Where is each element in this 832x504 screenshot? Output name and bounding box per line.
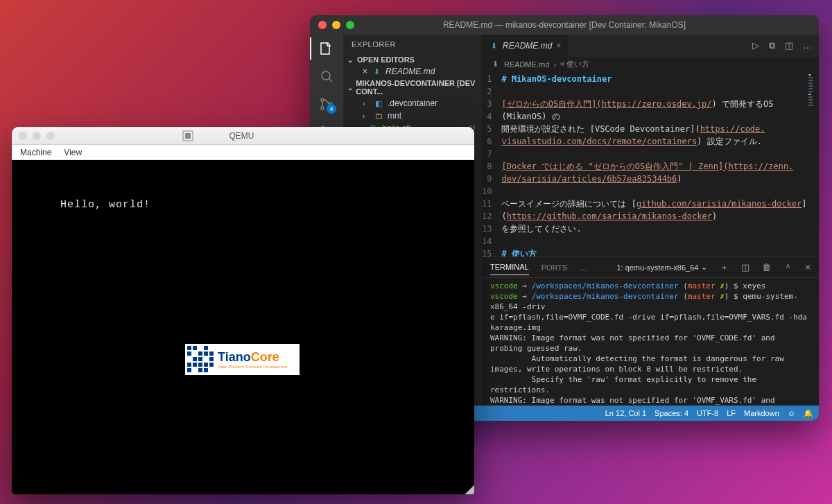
resize-grip-icon[interactable]: [465, 485, 474, 494]
preview-icon[interactable]: ⧉: [769, 40, 775, 51]
language-status[interactable]: Markdown: [744, 409, 779, 417]
svg-rect-13: [209, 351, 214, 356]
workspace-label: MIKANOS-DEVCONTAINER [DEV CONT...: [356, 79, 478, 96]
svg-rect-14: [193, 357, 197, 361]
folder-name: .devcontainer: [388, 98, 437, 108]
fullscreen-icon[interactable]: [46, 132, 55, 140]
qemu-titlebar[interactable]: QEMU: [12, 127, 474, 145]
editor-body[interactable]: 1 2 3 4 5 6 7 8 9 10 11 12 13 14 15 # Mi…: [482, 71, 819, 257]
folder-icon: ◧: [374, 98, 383, 108]
explorer-icon[interactable]: [318, 40, 335, 57]
svg-rect-8: [193, 346, 197, 350]
svg-rect-12: [204, 351, 208, 356]
tianocore-icon: [187, 346, 215, 374]
svg-rect-15: [198, 357, 202, 361]
breadcrumb-file[interactable]: README.md: [504, 60, 549, 69]
traffic-lights: [310, 21, 354, 29]
line-gutter: 1 2 3 4 5 6 7 8 9 10 11 12 13 14 15: [482, 71, 499, 257]
chevron-right-icon: ›: [363, 100, 370, 107]
svg-rect-9: [204, 346, 208, 350]
tab-close-icon[interactable]: ×: [556, 41, 561, 51]
menu-machine[interactable]: Machine: [20, 148, 51, 157]
qemu-title: QEMU: [229, 131, 254, 141]
tab-readme[interactable]: ⬇ README.md ×: [482, 35, 569, 57]
scm-badge: 4: [327, 104, 336, 114]
markdown-icon: ⬇: [490, 60, 500, 69]
tianocore-logo: TianoCore Open Platform Firmware Develop…: [185, 344, 300, 375]
open-editors-label: OPEN EDITORS: [357, 55, 415, 64]
markdown-icon: ⬇: [372, 67, 381, 76]
markdown-icon: ⬇: [489, 41, 499, 51]
qemu-display[interactable]: Hello, world! TianoCore Open Platform Fi…: [12, 160, 474, 494]
split-terminal-icon[interactable]: ◫: [741, 262, 749, 272]
cursor-position[interactable]: Ln 12, Col 1: [605, 409, 646, 417]
terminal-dropdown[interactable]: 1: qemu-system-x86_64⌄: [616, 263, 707, 272]
explorer-title: EXPLORER: [343, 35, 482, 54]
code-content[interactable]: # MikanOS-devcontainer [ゼロからのOS自作入門](htt…: [499, 71, 806, 257]
fullscreen-icon[interactable]: [346, 21, 354, 29]
svg-point-0: [322, 71, 330, 80]
breadcrumb[interactable]: ⬇ README.md › ⌗ 使い方: [482, 57, 819, 71]
minimize-icon[interactable]: [33, 132, 41, 140]
terminal-content[interactable]: vscode → /workspaces/mikanos-devcontaine…: [482, 278, 819, 406]
split-icon[interactable]: ◫: [785, 40, 793, 51]
chevron-right-icon: ›: [363, 112, 370, 120]
panel-tabbar: TERMINAL PORTS … 1: qemu-system-x86_64⌄ …: [482, 257, 819, 278]
menu-view[interactable]: View: [64, 148, 82, 157]
chevron-down-icon: ⌄: [347, 56, 354, 64]
svg-rect-11: [198, 351, 202, 356]
svg-rect-21: [209, 363, 214, 367]
maximize-panel-icon[interactable]: ＾: [783, 261, 792, 274]
tab-bar: ⬇ README.md × ▷ ⧉ ◫ …: [482, 35, 819, 57]
search-icon[interactable]: [318, 68, 335, 85]
svg-rect-23: [198, 368, 202, 372]
encoding-status[interactable]: UTF-8: [697, 409, 718, 417]
svg-point-1: [321, 98, 324, 101]
folder-devcontainer[interactable]: › ◧ .devcontainer: [343, 97, 482, 110]
qemu-window: QEMU Machine View Hello, world! TianoCor…: [12, 127, 474, 494]
chevron-right-icon: ›: [553, 60, 556, 69]
qemu-app-icon: [182, 130, 193, 141]
svg-rect-10: [187, 351, 191, 356]
tab-filename: README.md: [503, 41, 552, 51]
close-file-icon[interactable]: ×: [363, 67, 367, 76]
svg-rect-24: [204, 368, 208, 372]
svg-rect-20: [204, 363, 208, 367]
new-terminal-icon[interactable]: ＋: [720, 261, 729, 274]
bell-icon[interactable]: 🔔: [804, 409, 813, 418]
hello-world-text: Hello, world!: [60, 199, 150, 211]
feedback-icon[interactable]: ☺: [788, 409, 795, 417]
svg-rect-7: [187, 346, 191, 350]
eol-status[interactable]: LF: [727, 409, 736, 417]
open-editor-readme[interactable]: × ⬇ README.md: [343, 65, 482, 78]
minimize-icon[interactable]: [332, 21, 340, 29]
traffic-lights: [12, 132, 55, 140]
source-control-icon[interactable]: 4: [318, 96, 335, 112]
folder-mnt[interactable]: › 🗀 mnt: [343, 110, 482, 122]
tab-terminal[interactable]: TERMINAL: [490, 259, 529, 275]
folder-name: mnt: [388, 111, 401, 121]
vscode-titlebar[interactable]: README.md — mikanos-devcontainer [Dev Co…: [310, 15, 819, 35]
workspace-section[interactable]: ⌄ MIKANOS-DEVCONTAINER [DEV CONT...: [343, 78, 482, 97]
chevron-down-icon: ⌄: [347, 84, 353, 92]
editor-actions: ▷ ⧉ ◫ …: [752, 40, 819, 51]
svg-rect-18: [193, 363, 197, 367]
terminal-panel: TERMINAL PORTS … 1: qemu-system-x86_64⌄ …: [482, 257, 819, 406]
qemu-menu-bar: Machine View: [12, 145, 474, 160]
panel-more-icon[interactable]: …: [580, 260, 587, 275]
window-title: README.md — mikanos-devcontainer [Dev Co…: [310, 20, 819, 30]
more-icon[interactable]: …: [803, 40, 812, 51]
svg-rect-22: [187, 368, 191, 372]
minimap[interactable]: [807, 71, 819, 257]
indent-status[interactable]: Spaces: 4: [655, 409, 688, 417]
close-panel-icon[interactable]: ×: [805, 262, 811, 272]
tab-ports[interactable]: PORTS: [541, 260, 568, 275]
svg-point-2: [321, 107, 324, 110]
breadcrumb-section[interactable]: ⌗ 使い方: [560, 59, 589, 69]
close-icon[interactable]: [19, 132, 27, 140]
kill-terminal-icon[interactable]: 🗑: [762, 262, 771, 272]
run-icon[interactable]: ▷: [752, 40, 759, 51]
chevron-down-icon: ⌄: [701, 263, 707, 272]
close-icon[interactable]: [318, 21, 327, 29]
open-editors-section[interactable]: ⌄ OPEN EDITORS: [343, 54, 482, 65]
